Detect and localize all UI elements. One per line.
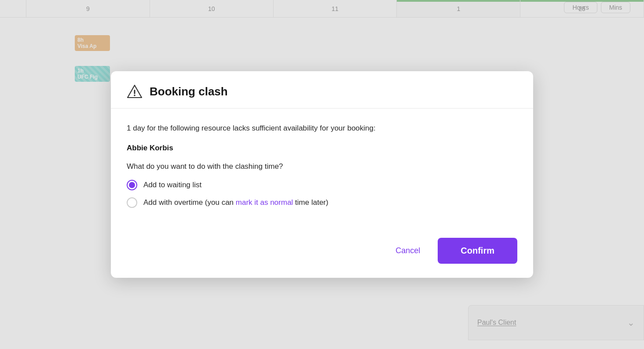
radio-overtime-label-after: time later)	[293, 198, 328, 207]
modal-header: Booking clash	[111, 71, 533, 109]
radio-overtime-indicator	[127, 197, 137, 208]
radio-option-waiting-list[interactable]: Add to waiting list	[127, 180, 517, 190]
modal-question: What do you want to do with the clashing…	[127, 162, 517, 171]
modal-overlay: Booking clash 1 day for the following re…	[0, 0, 644, 349]
radio-waiting-list-label: Add to waiting list	[143, 181, 201, 189]
svg-point-1	[134, 95, 135, 96]
cancel-button[interactable]: Cancel	[388, 242, 427, 260]
radio-waiting-list-indicator	[127, 180, 137, 190]
warning-icon	[127, 84, 143, 99]
radio-overtime-label: Add with overtime (you can mark it as no…	[143, 198, 328, 207]
modal-description: 1 day for the following resource lacks s…	[127, 123, 517, 134]
svg-rect-0	[134, 90, 135, 94]
resource-name: Abbie Korbis	[127, 144, 517, 153]
mark-as-normal-link[interactable]: mark it as normal	[236, 198, 293, 207]
radio-option-overtime[interactable]: Add with overtime (you can mark it as no…	[127, 197, 517, 208]
radio-group: Add to waiting list Add with overtime (y…	[127, 180, 517, 208]
confirm-button[interactable]: Confirm	[438, 238, 517, 264]
booking-clash-modal: Booking clash 1 day for the following re…	[111, 71, 533, 278]
modal-title: Booking clash	[150, 85, 228, 98]
radio-overtime-label-before: Add with overtime (you can	[143, 198, 236, 207]
modal-body: 1 day for the following resource lacks s…	[111, 109, 533, 238]
modal-footer: Cancel Confirm	[111, 238, 533, 278]
